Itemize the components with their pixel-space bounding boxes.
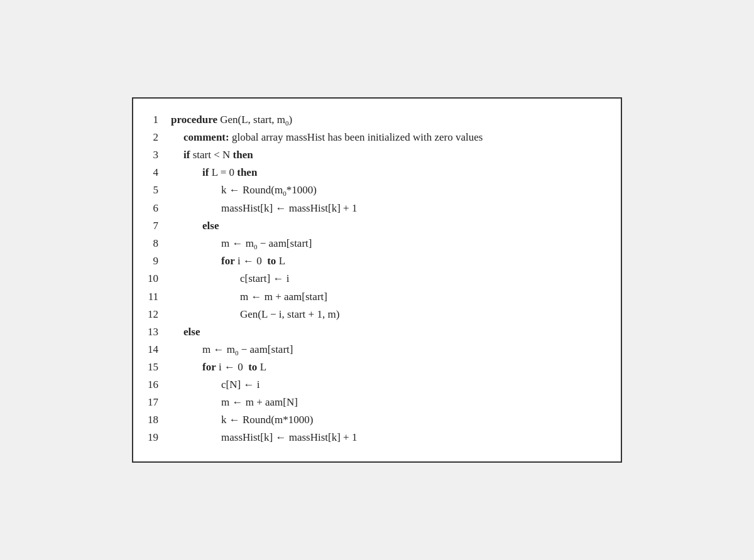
line-number: 19 bbox=[146, 429, 171, 446]
algo-line: 11m ← m + aam[start] bbox=[146, 288, 602, 306]
algo-line: 1procedure Gen(L, start, m0) bbox=[146, 111, 602, 129]
line-number: 2 bbox=[146, 129, 171, 146]
algo-line: 10c[start] ← i bbox=[146, 270, 602, 288]
line-content: c[N] ← i bbox=[171, 376, 602, 394]
algo-line: 13else bbox=[146, 323, 602, 341]
algo-line: 12Gen(L − i, start + 1, m) bbox=[146, 306, 602, 323]
line-number: 6 bbox=[146, 200, 171, 217]
algo-line: 19massHist[k] ← massHist[k] + 1 bbox=[146, 429, 602, 446]
line-content: massHist[k] ← massHist[k] + 1 bbox=[171, 429, 602, 446]
algo-line: 16c[N] ← i bbox=[146, 376, 602, 394]
line-content: massHist[k] ← massHist[k] + 1 bbox=[171, 200, 602, 217]
algo-line: 18k ← Round(m*1000) bbox=[146, 411, 602, 429]
line-number: 18 bbox=[146, 411, 171, 429]
line-number: 17 bbox=[146, 394, 171, 411]
line-content: for i ← 0 to L bbox=[171, 252, 602, 270]
line-content: comment: global array massHist has been … bbox=[171, 129, 602, 146]
line-number: 9 bbox=[146, 252, 171, 270]
algo-line: 17m ← m + aam[N] bbox=[146, 394, 602, 411]
line-number: 12 bbox=[146, 306, 171, 323]
line-number: 16 bbox=[146, 376, 171, 394]
line-number: 8 bbox=[146, 235, 171, 253]
line-content: Gen(L − i, start + 1, m) bbox=[171, 306, 602, 323]
line-content: m ← m + aam[N] bbox=[171, 394, 602, 411]
line-content: m ← m + aam[start] bbox=[171, 288, 602, 306]
line-number: 7 bbox=[146, 217, 171, 235]
line-content: for i ← 0 to L bbox=[171, 358, 602, 376]
line-content: else bbox=[171, 217, 602, 235]
algo-line: 6massHist[k] ← massHist[k] + 1 bbox=[146, 200, 602, 217]
algo-line: 15for i ← 0 to L bbox=[146, 358, 602, 376]
line-content: k ← Round(m*1000) bbox=[171, 411, 602, 429]
algorithm-table: 1procedure Gen(L, start, m0)2comment: gl… bbox=[146, 111, 602, 447]
line-number: 14 bbox=[146, 341, 171, 359]
algo-line: 14m ← m0 − aam[start] bbox=[146, 341, 602, 359]
line-content: m ← m0 − aam[start] bbox=[171, 341, 602, 359]
algo-line: 3if start < N then bbox=[146, 146, 602, 164]
line-content: m ← m0 − aam[start] bbox=[171, 235, 602, 253]
line-content: procedure Gen(L, start, m0) bbox=[171, 111, 602, 129]
algo-line: 9for i ← 0 to L bbox=[146, 252, 602, 270]
line-content: if start < N then bbox=[171, 146, 602, 164]
algorithm-box: 1procedure Gen(L, start, m0)2comment: gl… bbox=[132, 97, 622, 463]
algo-line: 7else bbox=[146, 217, 602, 235]
line-number: 5 bbox=[146, 181, 171, 200]
line-number: 4 bbox=[146, 164, 171, 181]
algo-line: 4if L = 0 then bbox=[146, 164, 602, 181]
line-number: 13 bbox=[146, 323, 171, 341]
line-content: c[start] ← i bbox=[171, 270, 602, 288]
line-content: else bbox=[171, 323, 602, 341]
line-number: 3 bbox=[146, 146, 171, 164]
line-number: 10 bbox=[146, 270, 171, 288]
algo-line: 8m ← m0 − aam[start] bbox=[146, 235, 602, 253]
line-content: if L = 0 then bbox=[171, 164, 602, 181]
algo-line: 5k ← Round(m0*1000) bbox=[146, 181, 602, 200]
line-content: k ← Round(m0*1000) bbox=[171, 181, 602, 200]
line-number: 11 bbox=[146, 288, 171, 306]
line-number: 15 bbox=[146, 358, 171, 376]
line-number: 1 bbox=[146, 111, 171, 129]
algo-line: 2comment: global array massHist has been… bbox=[146, 129, 602, 146]
